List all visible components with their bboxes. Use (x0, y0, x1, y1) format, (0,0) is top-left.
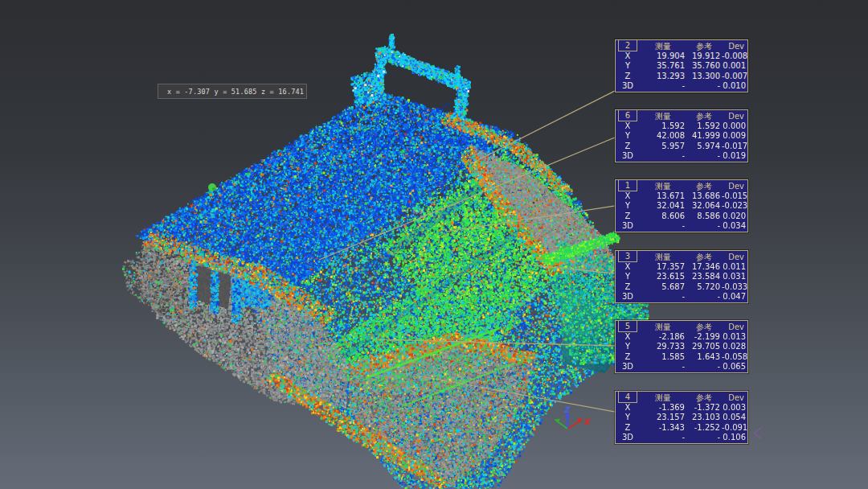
row-label: Y (616, 342, 640, 351)
row-label: X (616, 191, 640, 201)
measured-value: - (640, 151, 686, 161)
dev-value: -0.091 (722, 423, 747, 433)
header-dev: Dev (722, 251, 747, 262)
row-label: 3D (616, 221, 640, 231)
dev-value: -0.008 (722, 51, 747, 61)
row-label: Z (616, 72, 640, 81)
row-label: 3D (616, 433, 640, 442)
viewport-3d: x = -7.307 y = 51.685 z = 16.741 2 测量参考D… (0, 0, 868, 489)
header-measured: 测量 (640, 392, 686, 403)
reference-value: -1.372 (686, 403, 722, 413)
row-label: X (616, 332, 640, 342)
header-reference: 参考 (686, 180, 722, 191)
reference-value: - (686, 151, 722, 161)
x-axis-label: X (583, 417, 592, 426)
point-id-badge: 3 (618, 250, 637, 262)
chevron-marker (750, 425, 768, 442)
point-id-badge: 6 (618, 109, 637, 121)
point-id-badge: 5 (618, 320, 637, 332)
reference-value: 23.584 (686, 272, 722, 281)
dev-value: 0.003 (722, 403, 747, 413)
measured-value: 35.761 (640, 61, 686, 71)
dev-value: -0.015 (722, 191, 747, 201)
table-row: X1.5921.5920.000 (616, 121, 747, 131)
table-row: 3D--0.019 (616, 151, 747, 161)
row-label: Z (616, 212, 640, 221)
measured-value: -1.369 (640, 403, 686, 413)
dev-value: 0.009 (722, 131, 747, 141)
coordinate-text: x = -7.307 y = 51.685 z = 16.741 (167, 88, 304, 96)
table-row: Z13.29313.300-0.007 (616, 72, 747, 81)
reference-value: -2.199 (686, 332, 722, 342)
reference-value: 29.705 (686, 342, 722, 351)
table-row: Z5.6875.720-0.033 (616, 282, 747, 292)
row-label: 3D (616, 81, 640, 91)
reference-value: 41.999 (686, 131, 722, 141)
measured-value: 8.606 (640, 212, 686, 221)
dev-value: -0.058 (722, 352, 747, 362)
row-label: Y (616, 131, 640, 141)
measurement-table-1[interactable]: 1 测量参考Dev X13.67113.686-0.015 Y32.04132.… (615, 179, 748, 232)
measured-value: 32.041 (640, 201, 686, 211)
table-row: 3D--0.047 (616, 292, 747, 302)
header-dev: Dev (722, 110, 747, 121)
reference-value: 5.720 (686, 282, 722, 292)
measurement-table-4[interactable]: 4 测量参考Dev X-1.369-1.3720.003 Y23.15723.1… (615, 391, 748, 444)
row-label: 3D (616, 151, 640, 161)
measurement-table-2[interactable]: 2 测量参考Dev X19.90419.912-0.008 Y35.76135.… (615, 39, 748, 92)
dev-value: 0.019 (722, 151, 747, 161)
measured-value: 13.671 (640, 191, 686, 201)
measured-value: 19.904 (640, 51, 686, 61)
row-label: X (616, 403, 640, 413)
row-label: Z (616, 282, 640, 292)
reference-value: 13.300 (686, 72, 722, 81)
dev-value: 0.013 (722, 332, 747, 342)
dev-value: 0.020 (722, 212, 747, 221)
dev-value: 0.047 (722, 292, 747, 302)
table-row: Y23.61523.5840.031 (616, 272, 747, 281)
measurement-table-5[interactable]: 5 测量参考Dev X-2.186-2.1990.013 Y29.73329.7… (615, 320, 748, 373)
reference-value: 17.346 (686, 262, 722, 272)
table-row: Z8.6068.5860.020 (616, 212, 747, 221)
measured-value: - (640, 221, 686, 231)
header-measured: 测量 (640, 321, 686, 332)
table-row: Z5.9575.974-0.017 (616, 142, 747, 151)
header-measured: 测量 (640, 251, 686, 262)
reference-value: 1.643 (686, 352, 722, 362)
row-label: 3D (616, 292, 640, 302)
measured-value: -2.186 (640, 332, 686, 342)
header-measured: 测量 (640, 110, 686, 121)
dev-value: -0.007 (722, 72, 747, 81)
measurement-table-6[interactable]: 6 测量参考Dev X1.5921.5920.000 Y42.00841.999… (615, 109, 748, 162)
table-row: Y23.15723.1030.054 (616, 413, 747, 422)
measurement-table-3[interactable]: 3 测量参考Dev X17.35717.3460.011 Y23.61523.5… (615, 250, 748, 303)
row-label: X (616, 51, 640, 61)
coordinate-readout: x = -7.307 y = 51.685 z = 16.741 (158, 84, 307, 99)
measured-value: - (640, 362, 686, 372)
header-reference: 参考 (686, 40, 722, 51)
row-label: Y (616, 61, 640, 71)
reference-value: - (686, 81, 722, 91)
measured-value: 1.585 (640, 352, 686, 362)
row-label: Z (616, 142, 640, 151)
dev-value: 0.010 (722, 81, 747, 91)
table-row: Z1.5851.643-0.058 (616, 352, 747, 362)
point-id-badge: 4 (618, 391, 637, 403)
dev-value: 0.001 (722, 61, 747, 71)
header-reference: 参考 (686, 110, 722, 121)
reference-value: - (686, 292, 722, 302)
measured-value: - (640, 433, 686, 442)
table-row: 3D--0.106 (616, 433, 747, 442)
dev-value: 0.054 (722, 413, 747, 422)
measured-value: - (640, 292, 686, 302)
measured-value: 13.293 (640, 72, 686, 81)
table-row: 3D--0.065 (616, 362, 747, 372)
measured-value: - (640, 81, 686, 91)
measured-value: 1.592 (640, 121, 686, 131)
reference-value: 8.586 (686, 212, 722, 221)
table-row: X19.90419.912-0.008 (616, 51, 747, 61)
measured-value: 23.157 (640, 413, 686, 422)
reference-value: 1.592 (686, 121, 722, 131)
dev-value: 0.000 (722, 121, 747, 131)
dev-value: -0.017 (722, 142, 747, 151)
